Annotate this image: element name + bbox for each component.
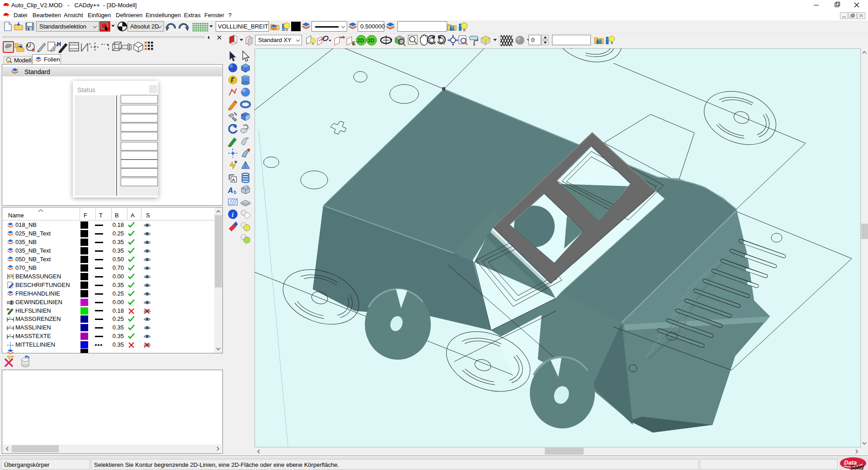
svg-text:b: b xyxy=(234,190,236,195)
svg-text:10: 10 xyxy=(9,325,11,328)
svg-text:Solid: Solid xyxy=(850,465,864,470)
svg-text:E: E xyxy=(352,41,355,46)
svg-text:A: A xyxy=(232,178,235,182)
svg-text:10: 10 xyxy=(9,334,11,336)
svg-text:2D: 2D xyxy=(357,38,364,44)
svg-text:A: A xyxy=(227,187,233,194)
svg-text:H: H xyxy=(7,307,9,311)
svg-text:3D: 3D xyxy=(368,38,375,44)
svg-text:i: i xyxy=(232,212,234,218)
svg-text:H: H xyxy=(57,41,61,47)
svg-text:10: 10 xyxy=(9,316,11,319)
